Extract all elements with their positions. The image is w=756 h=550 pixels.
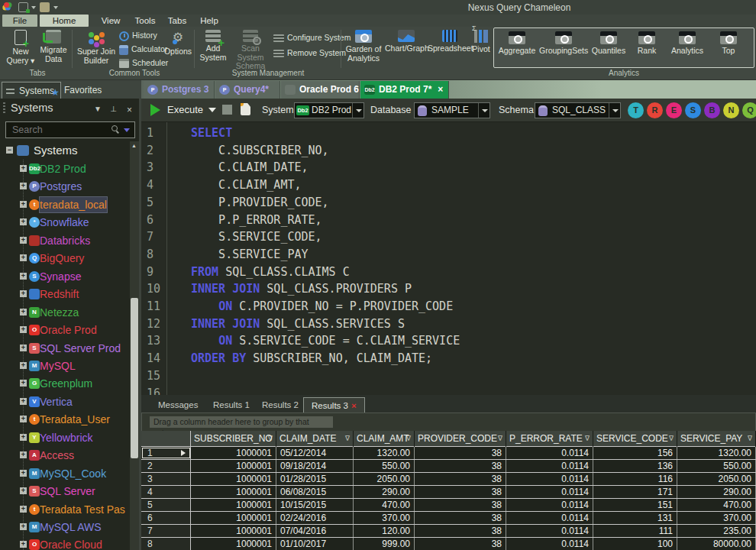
expand-icon[interactable]: +: [20, 290, 27, 297]
migrate-data-button[interactable]: Migrate Data: [37, 28, 70, 63]
expand-icon[interactable]: +: [20, 434, 27, 441]
tab-messages[interactable]: Messages: [150, 397, 205, 412]
cell-p-error-rate[interactable]: 0.0114: [506, 525, 593, 537]
cell-service-pay[interactable]: 470.00: [677, 499, 756, 511]
expand-icon[interactable]: +: [20, 416, 27, 422]
row-header[interactable]: 6: [141, 512, 191, 524]
cell-p-error-rate[interactable]: 0.0114: [506, 512, 593, 524]
group-by-bar[interactable]: Drag a column header here to group by th…: [141, 412, 756, 431]
cell-provider-code[interactable]: 38: [415, 538, 506, 550]
cell-claim-date[interactable]: 02/24/2016: [276, 512, 354, 524]
cell-subscriber-no[interactable]: 1000001: [191, 499, 276, 511]
scan-system-schema-button[interactable]: Scan System Schema: [231, 28, 270, 71]
panel-close-icon[interactable]: ×: [127, 105, 132, 115]
expand-icon[interactable]: +: [20, 201, 27, 208]
cell-p-error-rate[interactable]: 0.0114: [506, 499, 593, 511]
search-dropdown-icon[interactable]: [124, 128, 130, 132]
tab-results-1[interactable]: Results 1: [205, 397, 257, 412]
configure-system-button[interactable]: Configure System: [273, 31, 351, 44]
analytics-button[interactable]: Analytics: [666, 30, 709, 56]
cell-claim-amt[interactable]: 370.00: [354, 512, 415, 524]
add-system-button[interactable]: Add System: [197, 28, 229, 62]
cell-p-error-rate[interactable]: 0.0114: [506, 486, 593, 498]
row-header[interactable]: 2: [141, 460, 191, 472]
cell-p-error-rate[interactable]: 0.0114: [506, 538, 593, 550]
database-select[interactable]: SAMPLE: [414, 102, 490, 118]
cell-service-pay[interactable]: 1320.00: [677, 447, 756, 459]
expand-icon[interactable]: +: [20, 165, 27, 172]
menu-home[interactable]: Home: [40, 15, 89, 27]
cell-claim-amt[interactable]: 2050.00: [354, 473, 415, 485]
chart-graph-button[interactable]: Chart/Graph: [385, 28, 428, 53]
expand-icon[interactable]: +: [20, 380, 27, 387]
expand-icon[interactable]: +: [20, 254, 27, 261]
cell-claim-date[interactable]: 10/15/2015: [276, 499, 354, 511]
filter-icon[interactable]: ∇: [748, 431, 752, 447]
new-file-notification-icon[interactable]: [241, 103, 250, 115]
tool-circle-e-button[interactable]: E: [666, 102, 682, 118]
tool-circle-r-button[interactable]: R: [647, 102, 663, 118]
expand-icon[interactable]: +: [20, 506, 27, 513]
cell-claim-amt[interactable]: 999.00: [354, 538, 415, 550]
cell-subscriber-no[interactable]: 1000001: [191, 447, 276, 459]
tab-results-3[interactable]: Results 3×: [303, 397, 365, 412]
menu-tools[interactable]: Tools: [130, 15, 160, 27]
remove-system-button[interactable]: Remove System: [273, 47, 346, 60]
aggregate-button[interactable]: Aggregate: [496, 30, 538, 56]
super-join-builder-button[interactable]: Super Join Builder: [76, 28, 116, 65]
column-header-claim-date[interactable]: ∇CLAIM_DATE: [276, 431, 354, 447]
cell-service-pay[interactable]: 235.00: [677, 525, 756, 537]
cell-p-error-rate[interactable]: 0.0114: [506, 460, 593, 472]
tool-circle-s-button[interactable]: S: [685, 102, 701, 118]
pivot-button[interactable]: Pivot: [470, 28, 492, 54]
cell-p-error-rate[interactable]: 0.0114: [506, 447, 593, 459]
expand-icon[interactable]: +: [20, 345, 27, 351]
scrollbar-thumb[interactable]: [131, 298, 138, 458]
cell-claim-date[interactable]: 06/08/2015: [276, 486, 354, 498]
tool-circle-b-button[interactable]: B: [704, 102, 720, 118]
save-icon[interactable]: [40, 2, 50, 12]
expand-icon[interactable]: +: [20, 183, 27, 189]
filter-icon[interactable]: ∇: [669, 431, 674, 447]
cell-service-code[interactable]: 151: [593, 499, 677, 511]
cell-service-code[interactable]: 156: [593, 447, 677, 459]
column-header-claim-amt[interactable]: ∇CLAIM_AMT: [354, 431, 415, 447]
close-tab-icon[interactable]: ×: [438, 84, 443, 95]
tool-circle-q-button[interactable]: Q: [742, 102, 756, 118]
column-header-subscriber-no[interactable]: ∇SUBSCRIBER_NO: [191, 431, 276, 447]
expand-icon[interactable]: +: [20, 273, 27, 280]
cell-subscriber-no[interactable]: 1000001: [191, 512, 276, 524]
menu-view[interactable]: View: [95, 15, 126, 27]
column-header-service-code[interactable]: ∇SERVICE_CODE: [593, 431, 677, 447]
schema-select[interactable]: SQL_CLASS: [535, 102, 621, 118]
cell-claim-date[interactable]: 09/18/2014: [276, 460, 354, 472]
new-query-button[interactable]: New Query ▾: [4, 28, 37, 65]
cell-provider-code[interactable]: 38: [415, 486, 506, 498]
close-results-icon[interactable]: ×: [351, 401, 357, 410]
cell-subscriber-no[interactable]: 1000001: [191, 538, 276, 550]
top-button[interactable]: Top: [712, 30, 745, 56]
cell-claim-amt[interactable]: 120.00: [354, 525, 415, 537]
cell-service-pay[interactable]: 370.00: [677, 512, 756, 524]
cell-p-error-rate[interactable]: 0.0114: [506, 473, 593, 485]
cell-claim-amt[interactable]: 290.00: [354, 486, 415, 498]
tree-scrollbar[interactable]: ▲: [130, 141, 139, 550]
row-header[interactable]: 7: [141, 525, 191, 537]
quick-new-query-icon[interactable]: [18, 2, 28, 12]
garden-of-analytics-button[interactable]: Garden of Analytics: [344, 28, 383, 63]
query-tab-postgres-3[interactable]: PPostgres 3: [144, 81, 215, 99]
sidebar-tab-favorites[interactable]: ★ Favorites: [47, 82, 108, 99]
cell-provider-code[interactable]: 38: [415, 473, 506, 485]
pin-icon[interactable]: ⊥: [110, 105, 117, 113]
search-input[interactable]: [11, 124, 110, 136]
cell-provider-code[interactable]: 38: [415, 525, 506, 537]
cell-claim-amt[interactable]: 470.00: [354, 499, 415, 511]
cell-service-code[interactable]: 100: [593, 538, 677, 550]
cell-service-pay[interactable]: 80000.00: [677, 538, 756, 550]
filter-icon[interactable]: ∇: [498, 431, 502, 447]
quantiles-button[interactable]: Quantiles: [588, 30, 629, 56]
calculator-button[interactable]: Calculator: [119, 43, 167, 56]
expand-icon[interactable]: +: [20, 541, 27, 548]
menu-file[interactable]: File: [2, 15, 37, 27]
query-tab-query4[interactable]: PQuery4*: [215, 81, 280, 99]
